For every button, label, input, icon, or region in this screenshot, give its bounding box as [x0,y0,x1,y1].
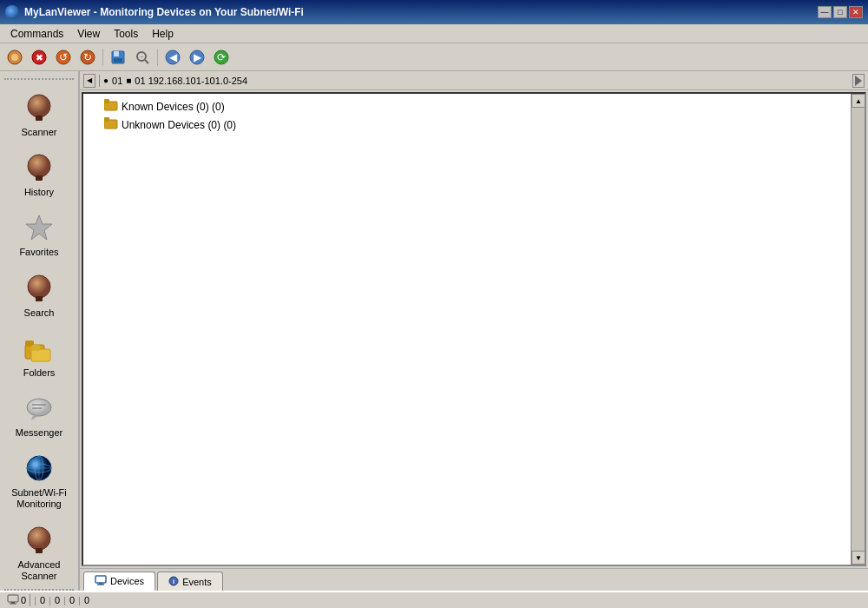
svg-text:↺: ↺ [59,51,68,63]
menu-view[interactable]: View [70,26,107,42]
maximize-button[interactable]: □ [833,6,847,18]
scan-button[interactable] [3,47,26,68]
history-icon [22,150,56,185]
devices-tab[interactable]: Devices [83,572,155,591]
stop-button[interactable]: ✖ [28,47,50,68]
menu-bar: Commands View Tools Help [0,24,868,43]
svg-rect-46 [104,117,109,122]
sidebar-item-favorites[interactable]: Favorites [4,205,74,263]
status-val-4: 0 [69,595,75,605]
address-01: 01 [112,76,122,86]
status-computer-icon [7,594,19,606]
status-segment-1: 0 [3,594,30,606]
status-bar: 0 | 0 | 0 | 0 | 0 [0,591,868,608]
tree-item-known[interactable]: Known Devices (0) (0) [83,97,851,116]
sidebar-bottom-divider [4,589,74,591]
advanced-scanner-icon [22,523,56,558]
svg-marker-24 [26,215,52,240]
events-tab-icon: i [168,576,179,588]
sidebar-item-history[interactable]: History [4,145,74,203]
menu-tools[interactable]: Tools [107,26,145,42]
tree-scrollbar: ▲ ▼ [851,94,865,565]
subnet-label: Subnet/Wi-Fi Monitoring [8,487,70,510]
subnet-icon [22,451,56,486]
unknown-devices-folder-icon [104,117,118,132]
svg-text:−: − [140,54,143,60]
back-button[interactable]: ◀ [161,47,184,68]
close-button[interactable]: ✕ [849,6,863,18]
messenger-label: Messenger [16,427,62,439]
address-bar: ◀ ● 01 ■ 01 192.168.101-101.0-254 [80,71,868,90]
addr-scroll-right[interactable] [852,74,865,88]
svg-rect-41 [36,548,43,553]
window-title: MyLanViewer - Monitoring Devices on Your… [24,6,304,18]
bottom-tabs: Devices i Events [80,568,868,591]
status-separator-2: | [49,595,51,605]
scrollbar-down[interactable]: ▼ [852,551,865,565]
reload-button[interactable]: ↻ [76,47,99,68]
devices-tab-icon [95,575,107,587]
sidebar-item-search[interactable]: Search [4,266,74,324]
sidebar-item-folders[interactable]: Folders [4,326,74,384]
window-controls: — □ ✕ [818,6,863,18]
svg-point-1 [11,54,18,61]
refresh-button[interactable]: ↺ [52,47,75,68]
svg-point-40 [28,527,50,550]
svg-text:▶: ▶ [194,51,202,63]
status-val-2: 0 [40,595,45,605]
addr-scroll-left[interactable]: ◀ [83,74,95,88]
svg-text:◀: ◀ [169,51,178,63]
sidebar-item-scanner[interactable]: Scanner [4,85,74,143]
tree-view: Known Devices (0) (0) Unknown Devices (0… [83,94,851,565]
address-separator: ■ [126,76,131,85]
save-button[interactable] [107,47,129,68]
tree-wrapper: Known Devices (0) (0) Unknown Devices (0… [82,92,866,566]
favorites-icon [22,210,56,245]
messenger-icon [22,391,56,426]
svg-marker-32 [31,415,38,420]
sidebar-item-advanced-scanner[interactable]: Advanced Scanner [4,518,74,587]
svg-text:✖: ✖ [36,53,43,63]
toolbar: ✖ ↺ ↻ − ◀ ▶ ⟳ [0,43,868,71]
events-tab-label: Events [182,577,212,587]
scrollbar-track[interactable] [852,108,865,551]
menu-help[interactable]: Help [145,26,181,42]
folders-icon [22,331,56,366]
menu-commands[interactable]: Commands [3,26,70,42]
svg-text:i: i [173,578,174,585]
svg-point-20 [28,95,50,117]
search-icon [22,271,56,306]
history-label: History [24,187,54,198]
scanner-label: Scanner [22,127,57,138]
main-layout: Scanner History Favorites [0,71,868,591]
folders-label: Folders [23,367,56,379]
content-area: ◀ ● 01 ■ 01 192.168.101-101.0-254 [80,71,868,591]
sidebar-item-subnet-monitoring[interactable]: Subnet/Wi-Fi Monitoring [4,446,74,515]
tree-item-unknown[interactable]: Unknown Devices (0) (0) [83,116,851,134]
search-label: Search [24,307,55,319]
svg-rect-9 [114,51,119,56]
update-button[interactable]: ⟳ [210,47,233,68]
svg-line-12 [145,60,148,63]
zoom-button[interactable]: − [131,47,154,68]
events-tab[interactable]: i Events [157,572,223,591]
scrollbar-up[interactable]: ▲ [852,94,865,108]
status-separator-3: | [63,595,66,605]
svg-rect-44 [104,99,109,103]
forward-button[interactable]: ▶ [186,47,208,68]
advanced-scanner-label: Advanced Scanner [8,559,70,582]
separator-2 [157,49,158,66]
scanner-icon [22,90,56,125]
status-val-3: 0 [55,595,60,605]
devices-tab-label: Devices [110,576,144,586]
svg-rect-10 [114,58,122,63]
known-devices-label: Known Devices (0) (0) [122,101,225,113]
svg-rect-29 [31,349,50,361]
minimize-button[interactable]: — [818,6,832,18]
svg-text:⟳: ⟳ [217,51,226,63]
unknown-devices-label: Unknown Devices (0) (0) [122,119,236,131]
favorites-label: Favorites [19,247,58,258]
sidebar-item-messenger[interactable]: Messenger [4,386,74,444]
address-indicator: ● [103,76,108,85]
svg-rect-23 [36,175,43,181]
